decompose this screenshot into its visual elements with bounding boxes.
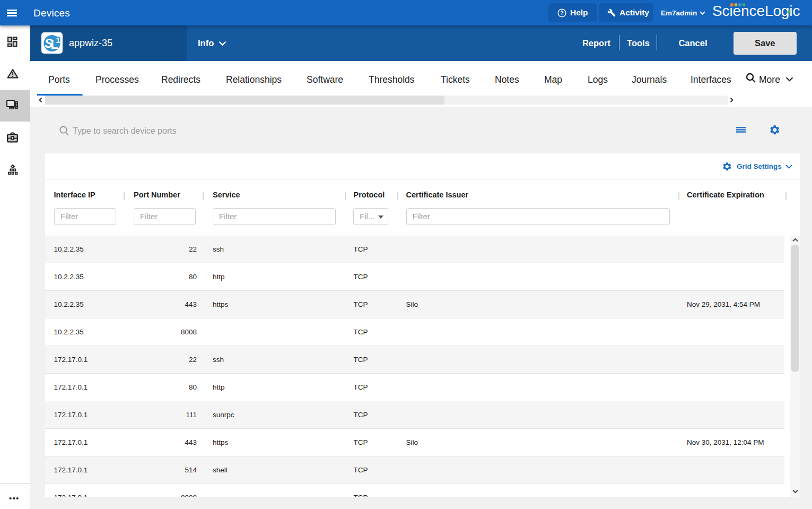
svg-text:?: ? bbox=[560, 10, 563, 16]
svg-text:1: 1 bbox=[56, 36, 60, 45]
